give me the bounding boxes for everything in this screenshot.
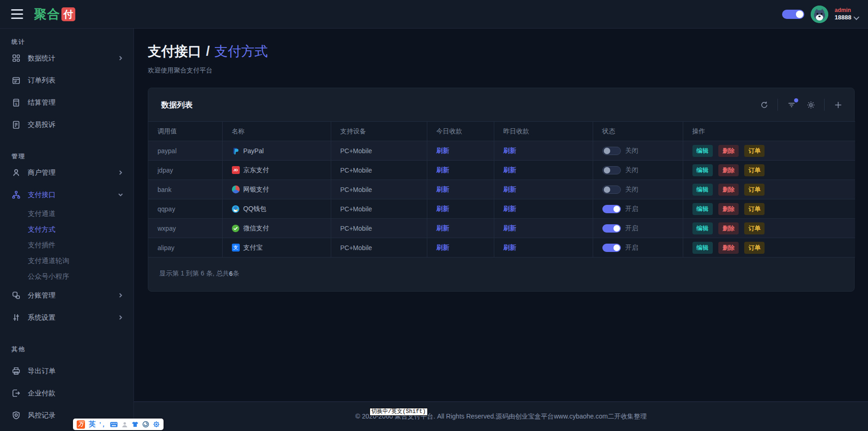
cell-name: 微信支付 (222, 219, 331, 238)
sidebar-section-stats: 统计 (12, 38, 134, 47)
table-row-bank: bank 网银支付 PC+Mobile 刷新 刷新 关闭 (148, 180, 855, 199)
filter-icon[interactable] (785, 99, 797, 111)
edit-button[interactable]: 编辑 (692, 203, 713, 215)
sidebar-item-split-account[interactable]: 分账管理 (0, 284, 134, 306)
order-button[interactable]: 订单 (744, 164, 765, 176)
edit-button[interactable]: 编辑 (692, 184, 713, 196)
table-row-wxpay: wxpay 微信支付 PC+Mobile 刷新 刷新 开启 (148, 219, 855, 238)
bank-icon (232, 186, 240, 193)
wechat-icon (232, 224, 240, 232)
cell-yesterday: 刷新 (494, 141, 593, 161)
breadcrumb-current[interactable]: 支付方式 (214, 42, 268, 61)
sidebar-subitem-pay-method[interactable]: 支付方式 (0, 221, 134, 237)
sidebar-item-export-orders[interactable]: 导出订单 (0, 360, 134, 382)
status-toggle[interactable] (602, 147, 621, 155)
delete-button[interactable]: 删除 (718, 145, 739, 157)
alipay-icon: 支 (232, 244, 240, 251)
edit-button[interactable]: 编辑 (692, 222, 713, 234)
sidebar-item-data-stats[interactable]: 数据统计 (0, 47, 134, 69)
sidebar-item-enterprise-payment[interactable]: 企业付款 (0, 382, 134, 404)
col-header-actions: 操作 (683, 122, 855, 141)
cell-actions: 编辑 删除 订单 (683, 219, 855, 238)
refresh-today-link[interactable]: 刷新 (437, 186, 449, 193)
sidebar-item-system-settings[interactable]: 系统设置 (0, 306, 134, 329)
refresh-yesterday-link[interactable]: 刷新 (504, 244, 516, 251)
table-row-alipay: alipay 支 支付宝 PC+Mobile 刷新 刷新 开启 (148, 238, 855, 257)
ime-settings-gear-icon[interactable] (153, 421, 160, 428)
gear-icon[interactable] (805, 99, 817, 111)
keyboard-icon[interactable] (110, 422, 118, 427)
col-header-device: 支持设备 (331, 122, 427, 141)
app-logo[interactable]: 聚合 付 (34, 6, 75, 23)
ime-toolbar: 万 英 ’， (73, 419, 164, 430)
sidebar-item-merchants[interactable]: 商户管理 (0, 162, 134, 184)
sidebar-item-order-list[interactable]: 订单列表 (0, 69, 134, 91)
delete-button[interactable]: 删除 (718, 184, 739, 196)
col-header-status: 状态 (593, 122, 683, 141)
refresh-yesterday-link[interactable]: 刷新 (504, 166, 516, 174)
ime-logo-icon[interactable]: 万 (77, 420, 85, 429)
delete-button[interactable]: 删除 (718, 203, 739, 215)
sliders-icon (12, 313, 21, 322)
cell-status: 开启 (593, 219, 683, 238)
sidebar-subitem-channel-poll[interactable]: 支付通道轮询 (0, 253, 134, 269)
status-toggle[interactable] (602, 244, 621, 252)
user-dropdown[interactable]: admin 18888 (835, 7, 858, 21)
page-subtitle: 欢迎使用聚合支付平台 (148, 66, 268, 75)
delete-button[interactable]: 删除 (718, 242, 739, 254)
cell-today: 刷新 (427, 199, 494, 219)
logo-text: 聚合 (34, 6, 60, 23)
chevron-down-icon (854, 14, 860, 20)
sidebar-subitem-mini-program[interactable]: 公众号小程序 (0, 269, 134, 284)
hamburger-menu-icon[interactable] (6, 5, 29, 24)
refresh-icon[interactable] (758, 99, 770, 111)
order-button[interactable]: 订单 (744, 222, 765, 234)
delete-button[interactable]: 删除 (718, 164, 739, 176)
refresh-yesterday-link[interactable]: 刷新 (504, 147, 516, 154)
order-button[interactable]: 订单 (744, 203, 765, 215)
sidebar-item-complaints[interactable]: 交易投诉 (0, 114, 134, 136)
cell-device: PC+Mobile (331, 238, 427, 257)
status-toggle[interactable] (602, 205, 621, 213)
sidebar-subitem-pay-plugin[interactable]: 支付插件 (0, 237, 134, 253)
summary-total: 6 (229, 270, 233, 277)
status-toggle[interactable] (602, 186, 621, 194)
refresh-yesterday-link[interactable]: 刷新 (504, 224, 516, 232)
edit-button[interactable]: 编辑 (692, 242, 713, 254)
status-toggle[interactable] (602, 166, 621, 174)
page-footer: © 2020-2060 聚合支付平台. All Rights Reserved.… (134, 401, 868, 431)
edit-button[interactable]: 编辑 (692, 164, 713, 176)
ime-language-toggle[interactable]: 英 (89, 420, 96, 429)
cell-device: PC+Mobile (331, 180, 427, 199)
refresh-yesterday-link[interactable]: 刷新 (504, 186, 516, 193)
order-button[interactable]: 订单 (744, 242, 765, 254)
ime-punctuation-toggle[interactable]: ’， (99, 420, 106, 429)
edit-button[interactable]: 编辑 (692, 145, 713, 157)
cell-yesterday: 刷新 (494, 161, 593, 180)
theme-toggle[interactable] (782, 10, 804, 19)
refresh-today-link[interactable]: 刷新 (437, 205, 449, 212)
cell-code: alipay (148, 238, 222, 257)
refresh-today-link[interactable]: 刷新 (437, 224, 449, 232)
sidebar: 统计 数据统计 订单列表 $ 结算管理 交易投诉 管理 商户管理 (0, 29, 134, 431)
cell-today: 刷新 (427, 219, 494, 238)
sidebar-item-payment-api[interactable]: 支付接口 (0, 184, 134, 206)
payment-name: 支付宝 (243, 244, 263, 252)
delete-button[interactable]: 删除 (718, 222, 739, 234)
sidebar-subitem-pay-channel[interactable]: 支付通道 (0, 206, 134, 221)
skin-tshirt-icon[interactable] (132, 421, 139, 427)
order-button[interactable]: 订单 (744, 145, 765, 157)
sidebar-item-settlement[interactable]: $ 结算管理 (0, 91, 134, 114)
status-toggle[interactable] (602, 224, 621, 233)
refresh-today-link[interactable]: 刷新 (437, 166, 449, 174)
avatar[interactable] (811, 6, 828, 23)
user-icon[interactable] (121, 421, 128, 428)
cell-code: paypal (148, 141, 222, 161)
refresh-today-link[interactable]: 刷新 (437, 244, 449, 251)
ime-tooltip: 切换中/英文(Shift) (370, 408, 428, 416)
order-button[interactable]: 订单 (744, 184, 765, 196)
spiral-icon[interactable] (142, 421, 149, 428)
refresh-today-link[interactable]: 刷新 (437, 147, 449, 154)
plus-icon[interactable] (832, 99, 844, 111)
refresh-yesterday-link[interactable]: 刷新 (504, 205, 516, 212)
